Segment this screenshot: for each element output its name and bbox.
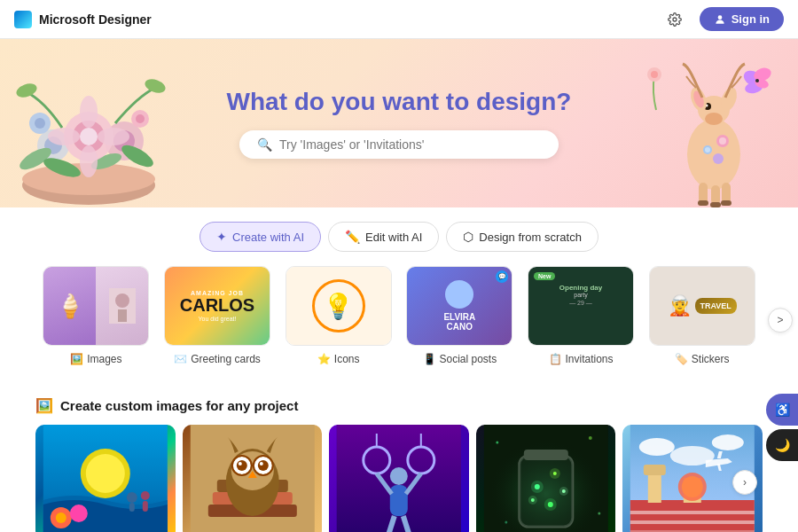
svg-point-108 [496,442,498,444]
svg-point-107 [559,487,568,496]
category-stickers[interactable]: 🧝 TRAVEL 🏷️ Stickers [641,266,763,365]
app-logo-icon [14,11,32,28]
svg-point-37 [705,147,710,153]
section-title: 🖼️ Create custom images for any project [35,397,763,414]
design-from-scratch-tab[interactable]: ⬡ Design from scratch [446,222,598,252]
svg-point-111 [598,512,600,515]
greeting-card-preview[interactable]: AMAZING JOB CARLOS You did great! [164,266,270,346]
grid-image-3[interactable] [329,425,469,532]
grid-image-1[interactable] [35,425,176,532]
svg-point-105 [528,496,537,505]
elvira-name: ELVIRACANO [443,312,475,332]
grid-image-2[interactable] [183,425,323,532]
images-card[interactable]: 🍦 [43,266,149,346]
svg-point-61 [127,492,137,503]
app-header: Microsoft Designer Sign in [0,0,798,39]
greeting-card-inner: AMAZING JOB CARLOS You did great! [165,267,270,345]
image-grid: › [35,425,763,532]
social-card[interactable]: 💬 ELVIRACANO [406,266,512,346]
category-invitations[interactable]: New Opening day party — 29 — 📋 Invitatio… [520,266,642,365]
svg-point-15 [80,96,98,128]
edit-with-ai-tab[interactable]: ✏️ Edit with AI [328,222,439,252]
svg-rect-54 [118,309,127,322]
svg-point-57 [86,454,125,493]
svg-point-114 [712,434,744,450]
svg-rect-42 [698,200,708,206]
icons-card[interactable]: 💡 [286,266,392,346]
edit-icon: ✏️ [345,230,360,244]
scratch-tab-label: Design from scratch [479,231,582,244]
svg-rect-44 [721,200,732,206]
dark-mode-button[interactable]: 🌙 [766,429,798,461]
create-with-ai-tab[interactable]: ✦ Create with AI [200,222,321,252]
search-input[interactable] [279,137,541,152]
design-icon: ⬡ [463,230,473,244]
svg-point-14 [80,128,98,145]
section-title-text: Create custom images for any project [60,398,298,413]
social-posts-label: 📱 Social posts [423,353,497,365]
svg-rect-117 [630,511,755,514]
chat-icon: 💬 [496,270,508,283]
category-icons[interactable]: 💡 ⭐ Icons [278,266,399,365]
search-bar[interactable]: 🔍 [239,130,559,159]
svg-point-103 [544,498,557,511]
svg-point-16 [80,145,98,177]
header-left: Microsoft Designer [14,11,152,28]
svg-point-99 [531,481,544,493]
greeting-sub: You did great! [199,316,237,322]
hero-banner: What do you want to design? 🔍 [0,39,798,207]
category-social-posts[interactable]: 💬 ELVIRACANO 📱 Social posts [399,266,520,365]
inv-party: party [574,292,588,298]
invitations-card[interactable]: New Opening day party — 29 — [528,266,634,346]
bottom-floating-icons: ♿ 🌙 [766,394,798,461]
svg-point-53 [115,293,129,308]
icons-label: ⭐ Icons [317,353,360,365]
create-tab-label: Create with AI [232,231,304,244]
inv-opening: Opening day [559,284,602,292]
svg-point-124 [682,476,703,497]
app-title: Microsoft Designer [39,12,152,27]
categories-row: 🍦 🖼️ Images AMAZING JOB CARLOS You did [0,262,798,383]
svg-point-87 [390,467,408,485]
person-icon [714,13,726,26]
phone-icon: 📱 [423,353,436,365]
images-next-arrow[interactable]: › [732,470,757,495]
svg-point-38 [713,153,724,164]
svg-point-0 [673,18,677,21]
svg-rect-64 [143,501,148,512]
sparkle-icon: ✦ [216,230,227,244]
sign-in-label: Sign in [732,12,770,26]
svg-point-109 [589,436,592,440]
inv-card-inner: New Opening day party — 29 — [528,267,633,345]
sign-in-button[interactable]: Sign in [700,7,784,31]
svg-rect-40 [711,185,720,205]
mail-icon: ✉️ [174,353,187,365]
categories-next-arrow[interactable]: > [768,308,793,332]
accessibility-button[interactable]: ♿ [766,394,798,426]
header-right: Sign in [661,5,784,34]
svg-point-110 [505,521,507,524]
svg-point-76 [259,462,262,466]
category-greeting-cards[interactable]: AMAZING JOB CARLOS You did great! ✉️ Gre… [157,266,278,365]
settings-button[interactable] [661,5,689,34]
svg-rect-88 [390,485,408,516]
icons-card-inner: 💡 [286,267,391,345]
search-icon: 🔍 [257,137,272,152]
svg-point-73 [236,460,246,471]
images-icon: 🖼️ [70,353,83,365]
category-images[interactable]: 🍦 🖼️ Images [35,266,157,365]
stickers-card[interactable]: 🧝 TRAVEL [649,266,755,346]
svg-point-28 [705,113,723,125]
svg-point-101 [550,468,560,479]
svg-point-75 [238,462,241,466]
action-tabs: ✦ Create with AI ✏️ Edit with AI ⬡ Desig… [0,207,798,262]
svg-rect-62 [129,503,135,512]
svg-point-20 [35,118,45,129]
greeting-carlos: CARLOS [180,296,254,314]
svg-rect-121 [644,465,666,475]
svg-rect-118 [630,520,755,524]
edit-tab-label: Edit with AI [365,231,422,244]
svg-rect-43 [710,202,721,207]
social-avatar [445,280,473,309]
grid-image-4[interactable] [476,425,616,532]
